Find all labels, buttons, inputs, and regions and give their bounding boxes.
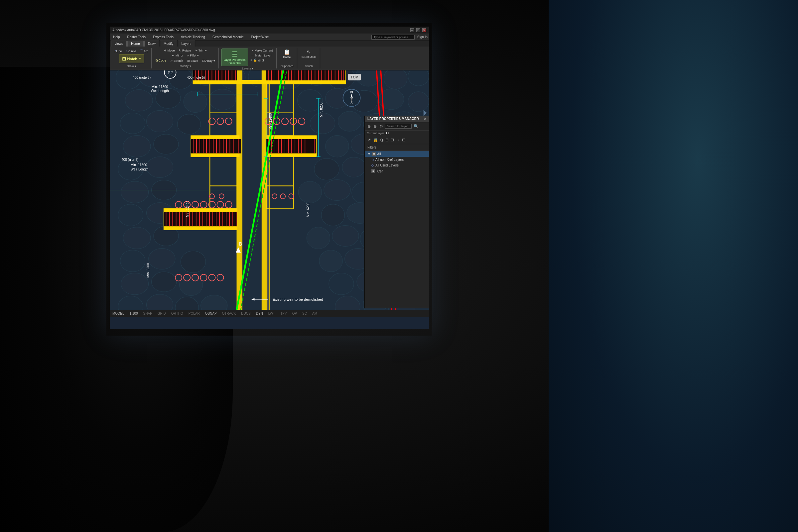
menu-geotechnical[interactable]: Geotechnical Module	[210, 35, 246, 40]
lp-icon-6[interactable]: ↔	[395, 137, 401, 142]
layer-tree-non-xref[interactable]: ◇ All non-Xref Layers	[365, 157, 429, 163]
array-button[interactable]: ⊟ Array ▾	[201, 59, 217, 63]
status-am[interactable]: AM	[312, 312, 317, 315]
layer-tree-used[interactable]: ◇ All Used Layers	[365, 163, 429, 168]
status-lwt[interactable]: LWT	[268, 312, 275, 315]
svg-point-84	[121, 273, 149, 295]
layer-tools-row: ☰ Layer Properties Properties ✓ Make Cur…	[221, 49, 274, 66]
layer-settings-btn[interactable]: ⚙	[379, 124, 384, 129]
paste-button[interactable]: 📋 Paste	[281, 49, 293, 60]
svg-point-77	[120, 250, 145, 272]
cad-viewport[interactable]: TOP N S	[110, 71, 429, 310]
svg-point-78	[149, 249, 175, 269]
tab-draw[interactable]: Draw	[144, 40, 159, 46]
make-current-button[interactable]: ✓ Make Current	[250, 49, 274, 53]
layer-tree-xref[interactable]: ■ Xref	[365, 168, 429, 174]
status-polar[interactable]: POLAR	[188, 312, 200, 315]
svg-text:Min. 6200: Min. 6200	[146, 263, 150, 278]
status-scale[interactable]: 1:100	[130, 312, 138, 315]
lp-icon-5[interactable]: ⊡	[390, 137, 395, 142]
close-button[interactable]: ✕	[422, 28, 426, 32]
svg-point-58	[121, 182, 149, 203]
status-ortho[interactable]: ORTHO	[171, 312, 183, 315]
svg-point-38	[408, 92, 429, 112]
draw-tools-row: ⁄ Line ○ Circle ⌒ Arc	[114, 49, 149, 54]
circle-button[interactable]: ○ Circle	[125, 49, 137, 53]
layer-xref-icon: ◇	[371, 158, 374, 162]
svg-point-46	[123, 136, 151, 157]
sign-in-label[interactable]: Sign In	[417, 35, 428, 39]
move-button[interactable]: ✛ Move	[163, 49, 176, 53]
menu-help[interactable]: Help	[111, 35, 122, 40]
status-qp[interactable]: QP	[292, 312, 297, 315]
status-tpy[interactable]: TPY	[280, 312, 286, 315]
maximize-button[interactable]: □	[416, 28, 420, 32]
minimize-button[interactable]: ─	[410, 28, 414, 32]
svg-rect-171	[191, 139, 241, 153]
tab-modify[interactable]: Modify	[160, 40, 177, 46]
modify-row-1: ✛ Move ↻ Rotate ✂ Trim ▾	[163, 49, 208, 53]
status-dyn[interactable]: DYN	[256, 312, 263, 315]
stretch-button[interactable]: ⤢ Stretch	[169, 59, 185, 63]
svg-point-33	[209, 89, 236, 110]
status-osnap[interactable]: OSNAP	[205, 312, 217, 315]
layer-search-btn[interactable]: 🔍	[413, 124, 419, 129]
status-bar: MODEL 1:100 SNAP GRID ORTHO POLAR OSNAP …	[110, 310, 429, 317]
scale-button[interactable]: ⊞ Scale	[186, 59, 200, 63]
modify-group-label: Modify ▾	[180, 64, 191, 68]
status-model[interactable]: MODEL	[112, 312, 124, 315]
svg-text:Min. 11800: Min. 11800	[152, 85, 168, 89]
lp-icon-2[interactable]: 🔒	[372, 137, 379, 142]
lp-icon-7[interactable]: ⊟	[401, 137, 406, 142]
svg-point-61	[324, 180, 350, 201]
layer-panel-close[interactable]: ✕	[424, 117, 426, 121]
svg-text:400 (n te 5): 400 (n te 5)	[122, 158, 138, 162]
line-button[interactable]: ⁄ Line	[114, 49, 123, 53]
svg-rect-120	[266, 80, 346, 84]
trim-button[interactable]: ✂ Trim ▾	[194, 49, 208, 53]
lp-icon-3[interactable]: ◑	[379, 137, 384, 142]
screen-content: Autodesk AutoCAD Civil 3D 2018 LFD-ARP-Z…	[110, 26, 429, 329]
menu-vehicle-tracking[interactable]: Vehicle Tracking	[179, 35, 207, 40]
menu-raster-tools[interactable]: Raster Tools	[125, 35, 148, 40]
menu-express-tools[interactable]: Express Tools	[151, 35, 175, 40]
status-otrack[interactable]: OTRACK	[222, 312, 236, 315]
svg-text:Min. 6200: Min. 6200	[306, 202, 310, 217]
select-mode-button[interactable]: ↖ Select Mode	[300, 49, 318, 59]
mirror-button[interactable]: ⇔ Mirror	[171, 54, 185, 57]
layers-group-label: Layers ▾	[242, 67, 254, 70]
svg-point-85	[151, 272, 176, 292]
tab-layers[interactable]: Layers	[178, 40, 195, 46]
tab-home[interactable]: Home	[127, 40, 144, 46]
svg-point-30	[125, 90, 153, 111]
status-grid[interactable]: GRID	[157, 312, 166, 315]
keyword-search[interactable]	[371, 35, 415, 40]
current-layer-bar: Current layer All	[365, 131, 429, 136]
ribbon-group-layers: ☰ Layer Properties Properties ✓ Make Cur…	[220, 48, 277, 69]
menu-projectwise[interactable]: ProjectWise	[249, 35, 271, 40]
status-ducs[interactable]: DUCS	[241, 312, 250, 315]
layer-new-btn[interactable]: ⊕	[367, 124, 371, 129]
tab-views[interactable]: views	[111, 40, 127, 46]
rotate-button[interactable]: ↻ Rotate	[178, 49, 192, 53]
draw-group-label: Draw ▾	[127, 64, 136, 68]
status-sc[interactable]: SC	[302, 312, 307, 315]
layer-properties-button[interactable]: ☰ Layer Properties Properties	[221, 49, 248, 66]
svg-point-39	[120, 113, 145, 134]
lp-icon-4[interactable]: ⊞	[385, 137, 389, 142]
hatch-button[interactable]: ⊞ Hatch ▼	[119, 55, 144, 63]
status-snap[interactable]: SNAP	[143, 312, 152, 315]
ribbon-group-modify: ✛ Move ↻ Rotate ✂ Trim ▾ ⇔ Mirror ⌐ Fill…	[152, 48, 219, 69]
layer-delete-btn[interactable]: ⊖	[373, 124, 377, 129]
app-title: Autodesk AutoCAD Civil 3D 2018 LFD-ARP-Z…	[112, 28, 215, 32]
fillet-button[interactable]: ⌐ Fillet ▾	[186, 54, 200, 57]
svg-text:N: N	[350, 90, 353, 94]
layer-status-icon: ■	[372, 152, 376, 156]
layer-tree-all[interactable]: ▼ ■ All	[365, 151, 429, 157]
match-layer-button[interactable]: ⋯ Match Layer	[250, 54, 274, 57]
arc-button[interactable]: ⌒ Arc	[138, 49, 150, 54]
copy-button[interactable]: ⧉ Copy	[154, 58, 167, 63]
lp-icon-1[interactable]: ☀	[367, 137, 372, 142]
layer-search-input[interactable]	[385, 124, 412, 129]
svg-point-47	[154, 134, 179, 154]
